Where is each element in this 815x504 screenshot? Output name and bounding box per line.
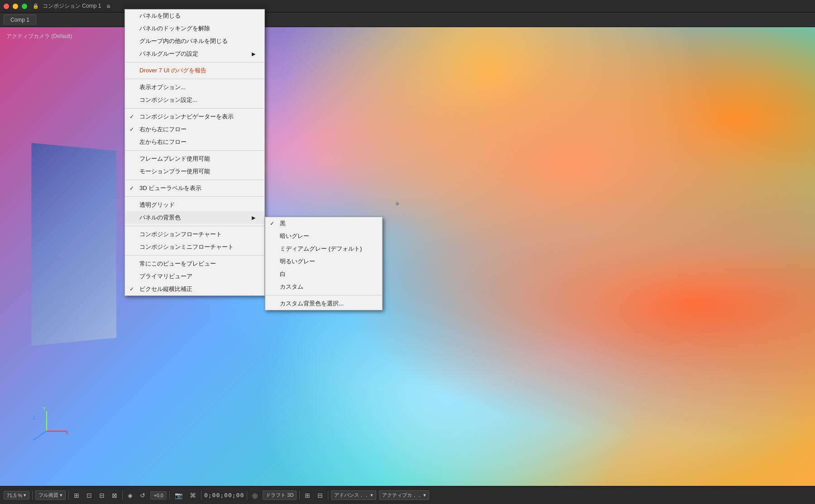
menu-item-always-preview[interactable]: 常にこのビューをプレビュー <box>125 257 264 270</box>
menu-label-flow-left-to-right: 左から右にフロー <box>139 138 187 146</box>
tab-bar: Comp 1 <box>0 13 815 27</box>
menu-item-frame-blend[interactable]: フレームブレンド使用可能 <box>125 152 264 165</box>
mask-icon[interactable]: ⌘ <box>187 491 198 500</box>
submenu-item-dark-gray[interactable]: 暗いグレー <box>265 230 382 242</box>
close-button[interactable] <box>4 4 9 9</box>
minimize-button[interactable] <box>13 4 18 9</box>
separator-after-panel-bg-color <box>125 226 264 226</box>
submenu-item-light-gray[interactable]: 明るいグレー <box>265 255 382 268</box>
grid-icon[interactable]: ⊞ <box>302 491 312 500</box>
x-axis <box>46 431 67 432</box>
advance-button[interactable]: アドバンス．． ▾ <box>331 490 376 500</box>
menu-item-flow-left-to-right[interactable]: 左から右にフロー <box>125 136 264 148</box>
separator-after-comp-settings <box>125 108 264 109</box>
active-camera-label: アクティブカ．． <box>382 492 422 499</box>
y-axis <box>46 411 47 432</box>
menu-label-frame-blend: フレームブレンド使用可能 <box>139 155 210 163</box>
menu-label-show-comp-nav: コンポジションナビゲーターを表示 <box>139 113 234 121</box>
camera-icon[interactable]: 📷 <box>173 491 185 500</box>
viewport: Y X Z ✦ <box>0 27 815 486</box>
menu-item-close-panel[interactable]: パネルを閉じる <box>125 10 264 22</box>
submenu-item-custom[interactable]: カスタム <box>265 281 382 293</box>
draft-3d-button[interactable]: ドラフト 3D <box>263 490 297 500</box>
menu-item-motion-blur[interactable]: モーションブラー使用可能 <box>125 165 264 178</box>
divider-4 <box>169 491 170 500</box>
menu-label-undock-panel: パネルのドッキングを解除 <box>139 24 210 33</box>
menu-item-transparency-grid[interactable]: 透明グリッド <box>125 199 264 211</box>
tab-comp1[interactable]: Comp 1 <box>4 14 36 25</box>
menu-button[interactable]: ≡ <box>106 3 110 10</box>
submenu-item-medium-gray[interactable]: ミディアムグレー (デフォルト) <box>265 242 382 255</box>
separator-after-show-3d-label <box>125 196 264 197</box>
menu-label-close-other-panels: グループ内の他のパネルを閉じる <box>139 37 228 45</box>
submenu-label-black: 黒 <box>280 219 286 228</box>
menu-item-panel-group-settings[interactable]: パネルグループの設定▶ <box>125 48 264 60</box>
submenu-separator-after-custom <box>265 295 382 295</box>
menu-item-report-bug[interactable]: Drover 7 UI のバグを報告 <box>125 64 264 77</box>
advance-dropdown-icon[interactable]: ▾ <box>370 492 373 498</box>
menu-item-panel-bg-color[interactable]: パネルの背景色▶ <box>125 211 264 224</box>
menu-label-motion-blur: モーションブラー使用可能 <box>139 167 210 176</box>
submenu-item-black[interactable]: ✓黒 <box>265 217 382 230</box>
show-snapshot-button[interactable]: ⊟ <box>97 491 107 500</box>
timecode-display[interactable]: 0;00;00;00 <box>204 492 244 499</box>
submenu-item-white[interactable]: 白 <box>265 268 382 281</box>
context-menu: パネルを閉じるパネルのドッキングを解除グループ内の他のパネルを閉じるパネルグルー… <box>125 9 265 296</box>
menu-label-show-3d-label: 3D ビューラベルを表示 <box>139 184 201 192</box>
menu-item-primary-viewer[interactable]: プライマリビューア <box>125 270 264 283</box>
menu-item-comp-mini-flowchart[interactable]: コンポジションミニフローチャート <box>125 241 264 253</box>
menu-label-transparency-grid: 透明グリッド <box>139 201 175 209</box>
divider-5 <box>201 491 201 500</box>
reset-button[interactable]: ↺ <box>138 491 148 500</box>
maximize-button[interactable] <box>22 4 27 9</box>
menu-label-flow-right-to-left: 右から左にフロー <box>139 125 187 133</box>
submenu-label-light-gray: 明るいグレー <box>280 257 315 266</box>
resolution-button[interactable]: ⊞ <box>72 491 82 500</box>
separator-after-report-bug <box>125 79 264 79</box>
menu-item-comp-flowchart[interactable]: コンポジションフローチャート <box>125 228 264 241</box>
submenu-arrow-panel-group-settings: ▶ <box>252 51 255 57</box>
menu-item-show-3d-label[interactable]: ✓3D ビューラベルを表示 <box>125 182 264 195</box>
target-icon[interactable]: ◎ <box>250 491 260 500</box>
z-axis-label: Z <box>33 415 36 420</box>
color-correct-button[interactable]: ◈ <box>125 491 135 500</box>
zoom-value: 71,5 % <box>7 493 22 498</box>
zoom-dropdown-icon[interactable]: ▾ <box>24 492 26 498</box>
divider-2 <box>68 491 69 500</box>
menu-item-show-comp-nav[interactable]: ✓コンポジションナビゲーターを表示 <box>125 110 264 123</box>
bottom-toolbar: 71,5 % ▾ フル画質 ▾ ⊞ ⊡ ⊟ ⊠ ◈ ↺ +0,0 📷 ⌘ 0;0… <box>0 486 815 504</box>
menu-item-comp-settings[interactable]: コンポジション設定... <box>125 94 264 106</box>
submenu-bg-color: ✓黒暗いグレーミディアムグレー (デフォルト)明るいグレー白カスタムカスタム背景… <box>265 217 383 310</box>
brightness-control[interactable]: +0,0 <box>150 491 167 499</box>
x-axis-label: X <box>65 430 68 435</box>
camera-label: アクティブカメラ (Default) <box>6 33 72 40</box>
menu-label-primary-viewer: プライマリビューア <box>139 272 192 281</box>
menu-item-flow-right-to-left[interactable]: ✓右から左にフロー <box>125 123 264 136</box>
menu-label-pixel-aspect: ピクセル縦横比補正 <box>139 285 192 293</box>
submenu-label-custom: カスタム <box>280 283 303 291</box>
title-bar: 🔒 コンポジション Comp 1 ≡ <box>0 0 815 13</box>
active-camera-dropdown-icon[interactable]: ▾ <box>423 492 426 498</box>
quality-dropdown-icon[interactable]: ▾ <box>60 492 62 498</box>
submenu-label-white: 白 <box>280 270 286 278</box>
divider-1 <box>32 491 33 500</box>
snapshot-button[interactable]: ⊡ <box>84 491 94 500</box>
divider-3 <box>122 491 123 500</box>
menu-label-display-options: 表示オプション... <box>139 83 186 91</box>
menu-item-display-options[interactable]: 表示オプション... <box>125 81 264 94</box>
menu-item-pixel-aspect[interactable]: ✓ピクセル縦横比補正 <box>125 283 264 295</box>
separator-after-panel-group-settings <box>125 62 264 62</box>
menu-label-always-preview: 常にこのビューをプレビュー <box>139 260 216 268</box>
submenu-item-choose-custom[interactable]: カスタム背景色を選択... <box>265 297 382 310</box>
submenu-label-choose-custom: カスタム背景色を選択... <box>280 300 344 308</box>
draft-3d-label: ドラフト 3D <box>266 492 293 499</box>
active-camera-button[interactable]: アクティブカ．． ▾ <box>379 490 429 500</box>
menu-item-close-other-panels[interactable]: グループ内の他のパネルを閉じる <box>125 35 264 48</box>
menu-item-undock-panel[interactable]: パネルのドッキングを解除 <box>125 22 264 35</box>
zoom-control[interactable]: 71,5 % ▾ <box>4 491 29 499</box>
menu-label-comp-settings: コンポジション設定... <box>139 96 197 104</box>
region-button[interactable]: ⊠ <box>110 491 120 500</box>
axis-indicator: Y X Z <box>33 400 69 436</box>
toggle-icon[interactable]: ⊟ <box>315 491 325 500</box>
quality-control[interactable]: フル画質 ▾ <box>35 490 66 500</box>
